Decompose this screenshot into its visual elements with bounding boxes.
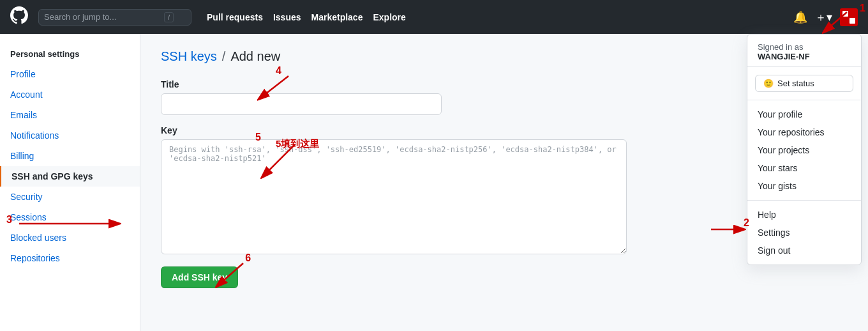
nav-explore[interactable]: Explore — [373, 12, 405, 22]
smiley-icon: 🙂 — [763, 79, 774, 88]
dropdown-section-2: Help Settings Sign out — [747, 200, 861, 265]
sidebar: Personal settings Profile Account Emails… — [0, 34, 140, 331]
settings-link[interactable]: Settings — [747, 224, 861, 242]
sidebar-item-emails[interactable]: Emails — [0, 105, 140, 125]
sidebar-item-account[interactable]: Account — [0, 84, 140, 105]
set-status-button[interactable]: 🙂 Set status — [755, 75, 853, 92]
breadcrumb-link[interactable]: SSH keys — [161, 49, 217, 64]
breadcrumb-current: Add new — [230, 49, 280, 64]
breadcrumb-separator: / — [222, 49, 226, 64]
title-form-group: Title 4 — [161, 79, 618, 115]
key-form-group: Key 5填到这里 5 — [161, 125, 618, 256]
user-dropdown-menu: Signed in as WANGJIE-NF 🙂 Set status You… — [747, 34, 862, 265]
nav-right: 🔔 ＋▾ 1 — [793, 8, 858, 26]
dropdown-section-1: Your profile Your repositories Your proj… — [747, 100, 861, 200]
dropdown-username: WANGJIE-NF — [758, 52, 810, 61]
sidebar-item-profile[interactable]: Profile — [0, 64, 140, 84]
your-gists-link[interactable]: Your gists — [747, 177, 861, 195]
search-input[interactable] — [44, 12, 159, 22]
annotation-3: 3 — [6, 214, 12, 226]
nav-links: Pull requests Issues Marketplace Explore — [207, 12, 406, 22]
arrow-4 — [247, 73, 298, 105]
nav-marketplace[interactable]: Marketplace — [311, 12, 363, 22]
main-content: SSH keys / Add new Title 4 Key 5填到这里 5 — [140, 34, 638, 331]
arrow-5 — [253, 141, 304, 180]
sidebar-header: Personal settings — [0, 44, 140, 64]
your-projects-link[interactable]: Your projects — [747, 141, 861, 159]
arrow-6 — [211, 260, 250, 292]
search-box[interactable]: / — [38, 9, 191, 26]
dropdown-header: Signed in as WANGJIE-NF — [747, 35, 861, 67]
user-avatar[interactable] — [840, 8, 858, 26]
page-container: Personal settings Profile Account Emails… — [0, 34, 868, 331]
your-stars-link[interactable]: Your stars — [747, 159, 861, 177]
github-logo[interactable] — [10, 6, 28, 28]
submit-group: Add SSH key 6 — [161, 266, 238, 288]
sidebar-item-billing[interactable]: Billing — [0, 146, 140, 166]
sidebar-item-blocked[interactable]: Blocked users — [0, 227, 140, 248]
set-status-label: Set status — [777, 79, 814, 88]
sidebar-item-repositories[interactable]: Repositories — [0, 248, 140, 268]
top-navigation: / Pull requests Issues Marketplace Explo… — [0, 0, 868, 34]
notifications-bell[interactable]: 🔔 — [793, 10, 807, 24]
sidebar-item-ssh-gpg[interactable]: SSH and GPG keys — [0, 166, 140, 187]
annotation-1: 1 — [860, 3, 865, 14]
key-label: Key — [161, 125, 618, 135]
arrow-3 — [16, 217, 124, 230]
your-profile-link[interactable]: Your profile — [747, 105, 861, 123]
your-repositories-link[interactable]: Your repositories — [747, 123, 861, 141]
nav-issues[interactable]: Issues — [273, 12, 301, 22]
sidebar-item-security[interactable]: Security — [0, 187, 140, 207]
help-link[interactable]: Help — [747, 206, 861, 224]
title-label: Title — [161, 79, 618, 89]
breadcrumb: SSH keys / Add new — [161, 49, 618, 64]
title-input[interactable] — [161, 93, 442, 115]
sidebar-item-notifications[interactable]: Notifications — [0, 125, 140, 146]
key-textarea[interactable] — [161, 139, 627, 254]
signed-in-as-text: Signed in as — [758, 42, 804, 52]
nav-pull-requests[interactable]: Pull requests — [207, 12, 263, 22]
sign-out-link[interactable]: Sign out — [747, 242, 861, 259]
new-item-button[interactable]: ＋▾ — [815, 10, 832, 25]
slash-key: / — [164, 12, 174, 22]
